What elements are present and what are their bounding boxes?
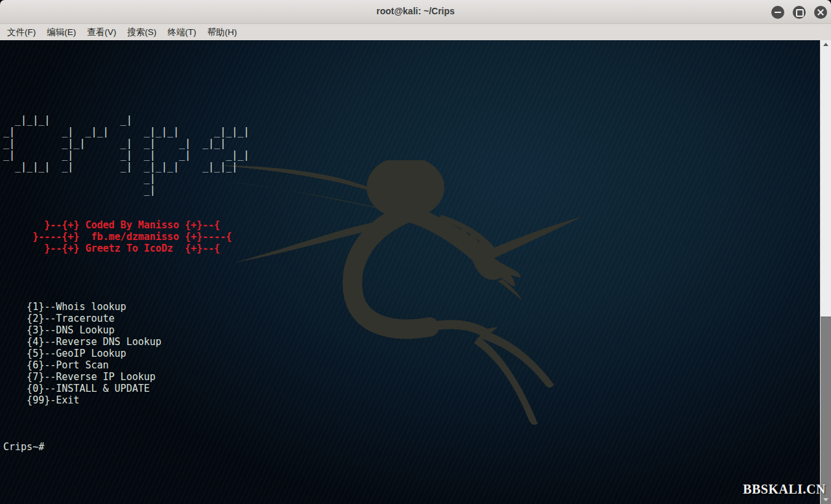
scroll-down-icon [823, 498, 828, 501]
menu-help[interactable]: 帮助(H) [208, 27, 237, 38]
menu-terminal[interactable]: 终端(T) [167, 27, 196, 38]
minimize-icon [775, 12, 781, 13]
terminal-screen[interactable]: _|_|_| _| _| _| _|_| _|_|_| _|_|_| _| _|… [0, 40, 831, 504]
bbskali-watermark: BBSKALI.CN [743, 482, 826, 497]
close-button[interactable] [814, 6, 827, 19]
scrollbar[interactable] [820, 40, 831, 504]
credit-lines: }--{+} Coded By Manisso {+}--{ }----{+} … [3, 219, 249, 254]
window-controls [771, 6, 827, 19]
menubar: 文件(F) 编辑(E) 查看(V) 搜索(S) 终端(T) 帮助(H) [0, 24, 831, 40]
scrollbar-thumb[interactable] [821, 317, 831, 504]
terminal-output: _|_|_| _| _| _| _|_| _|_|_| _|_|_| _| _|… [3, 79, 249, 476]
scroll-up-icon [823, 43, 828, 46]
shell-prompt: Crips~# [3, 441, 249, 453]
tool-menu: {1}--Whois lookup {2}--Traceroute {3}--D… [3, 301, 249, 406]
maximize-icon [796, 9, 804, 17]
terminal-window: root@kali: ~/Crips 文件(F) 编辑(E) 查看(V) 搜索(… [0, 0, 831, 504]
menu-view[interactable]: 查看(V) [87, 27, 116, 38]
scroll-up-button[interactable] [821, 40, 831, 49]
ascii-banner: _|_|_| _| _| _| _|_| _|_|_| _|_|_| _| _|… [3, 102, 249, 196]
titlebar[interactable]: root@kali: ~/Crips [0, 0, 831, 24]
minimize-button[interactable] [771, 6, 784, 19]
window-title: root@kali: ~/Crips [0, 6, 831, 16]
maximize-button[interactable] [793, 6, 806, 19]
menu-search[interactable]: 搜索(S) [127, 27, 156, 38]
kali-dragon-logo [214, 160, 590, 433]
menu-file[interactable]: 文件(F) [7, 27, 36, 38]
menu-edit[interactable]: 编辑(E) [47, 27, 76, 38]
